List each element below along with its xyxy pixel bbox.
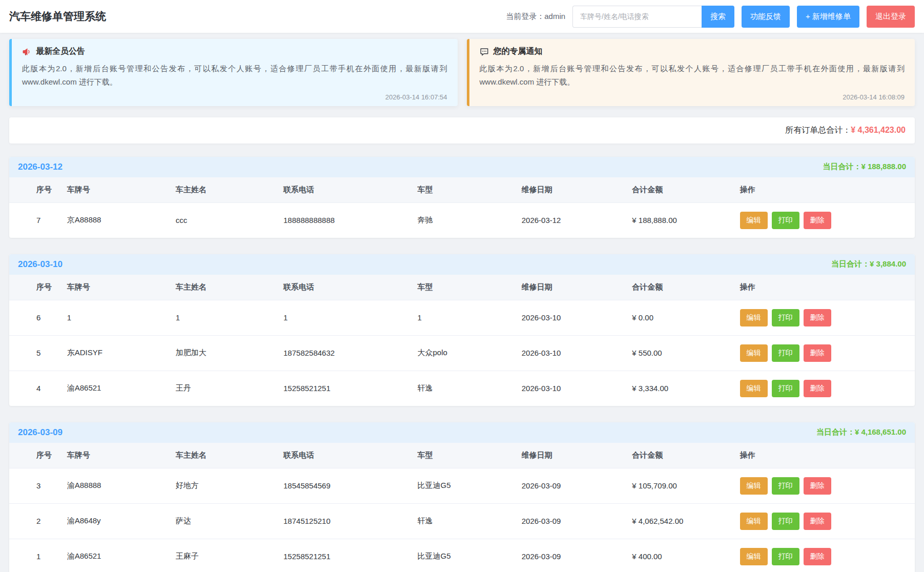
owner-cell: 王麻子 [170,539,277,572]
personal-notice-title-row: 您的专属通知 [480,46,905,57]
table-row: 5东ADISYF加肥加大187582584632大众polo2026-03-10… [9,335,915,371]
announcement-timestamp: 2026-03-14 16:07:54 [22,93,447,101]
column-header: 操作 [734,177,915,203]
repair-date-cell: 2026-03-09 [516,468,626,503]
speech-bubble-icon [480,47,489,56]
actions-cell: 编辑打印删除 [734,335,915,371]
daily-total: 当日合计：¥ 188,888.00 [823,162,906,172]
print-button[interactable]: 打印 [772,344,799,362]
edit-button[interactable]: 编辑 [740,513,768,530]
table-header-row: 序号车牌号车主姓名联系电话车型维修日期合计金额操作 [9,177,915,203]
amount-cell: ¥ 4,062,542.00 [626,503,733,539]
column-header: 车型 [412,443,516,468]
delete-button[interactable]: 删除 [804,309,831,326]
print-button[interactable]: 打印 [772,380,799,397]
announcement-title-row: 最新全员公告 [22,46,447,57]
search-group: 搜索 [572,6,734,28]
actions-cell: 编辑打印删除 [734,503,915,539]
order-group: 2026-03-10当日合计：¥ 3,884.00序号车牌号车主姓名联系电话车型… [9,254,915,406]
actions-cell: 编辑打印删除 [734,300,915,335]
amount-cell: ¥ 3,334.00 [626,371,733,406]
print-button[interactable]: 打印 [772,548,799,565]
seq-cell: 7 [9,202,61,238]
print-button[interactable]: 打印 [772,309,799,326]
column-header: 维修日期 [516,275,626,300]
repair-date-cell: 2026-03-10 [516,371,626,406]
column-header: 联系电话 [277,443,412,468]
model-cell: 1 [412,300,516,335]
phone-cell: 187582584632 [277,335,412,371]
group-header: 2026-03-10当日合计：¥ 3,884.00 [9,254,915,275]
amount-cell: ¥ 550.00 [626,335,733,371]
orders-table: 序号车牌号车主姓名联系电话车型维修日期合计金额操作611112026-03-10… [9,275,915,406]
column-header: 车牌号 [61,177,170,203]
owner-cell: 好地方 [170,468,277,503]
table-header-row: 序号车牌号车主姓名联系电话车型维修日期合计金额操作 [9,443,915,468]
announcement-card: 最新全员公告 此版本为2.0，新增后台账号管理和公告发布，可以私发个人账号，适合… [9,39,458,106]
owner-cell: 1 [170,300,277,335]
column-header: 合计金额 [626,275,733,300]
column-header: 车主姓名 [170,177,277,203]
print-button[interactable]: 打印 [772,513,799,530]
feedback-button[interactable]: 功能反馈 [742,6,790,28]
table-row: 4渝A86521王丹15258521251轩逸2026-03-10¥ 3,334… [9,371,915,406]
edit-button[interactable]: 编辑 [740,548,768,565]
amount-cell: ¥ 400.00 [626,539,733,572]
amount-cell: ¥ 0.00 [626,300,733,335]
edit-button[interactable]: 编辑 [740,309,768,326]
actions-cell: 编辑打印删除 [734,468,915,503]
plate-cell: 1 [61,300,170,335]
column-header: 车主姓名 [170,275,277,300]
delete-button[interactable]: 删除 [804,380,831,397]
column-header: 合计金额 [626,443,733,468]
repair-date-cell: 2026-03-09 [516,539,626,572]
plate-cell: 京A88888 [61,202,170,238]
owner-cell: 萨达 [170,503,277,539]
column-header: 联系电话 [277,275,412,300]
print-button[interactable]: 打印 [772,212,799,229]
plate-cell: 渝A88888 [61,468,170,503]
personal-notice-body: 此版本为2.0，新增后台账号管理和公告发布，可以私发个人账号，适合修理厂员工带手… [480,62,905,89]
actions-cell: 编辑打印删除 [734,202,915,238]
model-cell: 大众polo [412,335,516,371]
delete-button[interactable]: 删除 [804,548,831,565]
search-input[interactable] [572,6,702,28]
phone-cell: 188888888888 [277,202,412,238]
table-header-row: 序号车牌号车主姓名联系电话车型维修日期合计金额操作 [9,275,915,300]
edit-button[interactable]: 编辑 [740,477,768,495]
table-row: 3渝A88888好地方18545854569比亚迪G52026-03-09¥ 1… [9,468,915,503]
phone-cell: 15258521251 [277,371,412,406]
edit-button[interactable]: 编辑 [740,344,768,362]
owner-cell: 王丹 [170,371,277,406]
daily-total: 当日合计：¥ 3,884.00 [831,259,906,269]
topbar-actions: 当前登录：admin 搜索 功能反馈 + 新增维修单 退出登录 [506,6,915,28]
column-header: 车牌号 [61,275,170,300]
repair-date-cell: 2026-03-09 [516,503,626,539]
plate-cell: 渝A86521 [61,371,170,406]
order-groups: 2026-03-12当日合计：¥ 188,888.00序号车牌号车主姓名联系电话… [0,157,924,572]
delete-button[interactable]: 删除 [804,212,831,229]
phone-cell: 18745125210 [277,503,412,539]
column-header: 维修日期 [516,177,626,203]
orders-table: 序号车牌号车主姓名联系电话车型维修日期合计金额操作7京A88888ccc1888… [9,177,915,238]
search-button[interactable]: 搜索 [702,6,734,28]
megaphone-icon [22,47,31,56]
model-cell: 轩逸 [412,371,516,406]
group-date: 2026-03-12 [18,162,63,172]
seq-cell: 4 [9,371,61,406]
amount-cell: ¥ 105,709.00 [626,468,733,503]
delete-button[interactable]: 删除 [804,344,831,362]
edit-button[interactable]: 编辑 [740,212,768,229]
grand-total-amount: ¥ 4,361,423.00 [851,126,906,134]
print-button[interactable]: 打印 [772,477,799,495]
delete-button[interactable]: 删除 [804,513,831,530]
add-repair-order-button[interactable]: + 新增维修单 [797,6,859,28]
topbar: 汽车维修单管理系统 当前登录：admin 搜索 功能反馈 + 新增维修单 退出登… [0,0,924,33]
logout-button[interactable]: 退出登录 [867,6,915,28]
seq-cell: 1 [9,539,61,572]
delete-button[interactable]: 删除 [804,477,831,495]
edit-button[interactable]: 编辑 [740,380,768,397]
column-header: 合计金额 [626,177,733,203]
group-date: 2026-03-10 [18,259,63,270]
model-cell: 比亚迪G5 [412,539,516,572]
